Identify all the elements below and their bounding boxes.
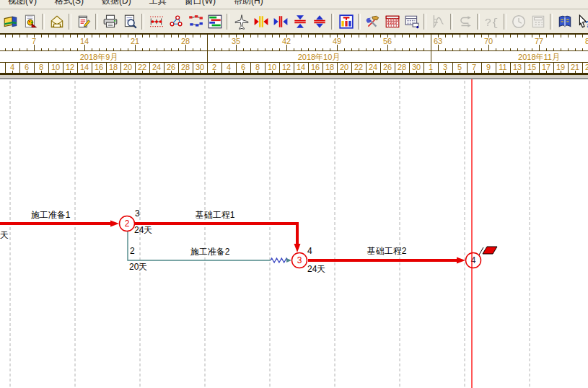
event-node-number: 2 [125, 219, 130, 229]
menu-item-data[interactable]: 数据(D) [98, 0, 135, 7]
network-view-button[interactable] [146, 12, 166, 31]
day-tick [142, 48, 143, 50]
day-tick [424, 48, 424, 50]
tools-button[interactable] [363, 12, 382, 31]
day-tick [265, 48, 266, 50]
calendar-button[interactable] [382, 12, 402, 31]
event-node-number: 3 [297, 255, 302, 265]
day-number: 23 [582, 63, 588, 71]
toolbar: ?{:? [0, 9, 588, 33]
day-tick [452, 48, 453, 50]
gantt-chart-icon [207, 14, 223, 30]
menu-item-tools[interactable]: 工具 [146, 0, 170, 7]
day-tick [366, 48, 367, 50]
day-cell-tick [315, 71, 316, 73]
week-tick [84, 45, 85, 50]
toolbar-separator [331, 14, 334, 30]
activity-label: 4 [307, 246, 312, 256]
menu-item-window[interactable]: 窗口(W) [181, 0, 219, 7]
day-cell-tick [445, 71, 446, 73]
day-cell-tick [286, 71, 287, 73]
collapse-horizontal-button[interactable] [271, 12, 290, 31]
day-tick [41, 48, 42, 50]
week-number: 84 [579, 37, 588, 45]
month-boundary-line [431, 35, 431, 50]
week-tick [34, 45, 35, 50]
calendar-add-button[interactable] [402, 12, 421, 31]
day-tick [301, 35, 302, 38]
day-cell-tick [99, 71, 100, 73]
save-book-icon [3, 14, 19, 30]
airplane-button[interactable] [232, 12, 251, 31]
day-cell-tick [431, 71, 431, 73]
day-tick [525, 48, 525, 50]
day-tick [221, 35, 222, 38]
day-scale-row: 2468101214161820222426283024681012141618… [0, 63, 588, 75]
day-cell-tick [229, 71, 229, 73]
menu-item-view[interactable]: 视图(V) [4, 0, 40, 7]
save-book-button[interactable] [1, 12, 20, 31]
help-book-button[interactable] [555, 12, 574, 31]
milestone-chart-button[interactable] [336, 12, 356, 31]
image-export-button[interactable] [20, 12, 40, 31]
day-tick [63, 35, 63, 38]
network-diagram: 234施工准备1天324天基础工程12施工准备220天424天基础工程2 [0, 79, 588, 388]
day-tick [120, 35, 121, 38]
day-tick [157, 48, 157, 50]
day-tick [200, 35, 201, 38]
day-tick [409, 48, 410, 50]
toolbar-separator [227, 14, 229, 30]
collapse-vertical-button[interactable] [290, 12, 310, 31]
expand-vertical-button[interactable] [310, 12, 329, 31]
toolbar-separator [42, 14, 45, 30]
milestone-chart-icon [338, 14, 354, 30]
day-cell-tick [330, 71, 330, 73]
day-tick [496, 48, 496, 50]
day-tick [517, 48, 518, 50]
day-tick [70, 35, 71, 38]
node-network-button[interactable] [166, 12, 185, 31]
menu-item-format[interactable]: 格式(S) [51, 0, 87, 7]
day-tick [402, 35, 403, 38]
day-cell-tick [532, 71, 532, 73]
gantt-chart-button[interactable] [205, 12, 224, 31]
image-export-icon [22, 14, 38, 30]
day-tick [19, 48, 20, 50]
activity-label: 20天 [129, 262, 147, 272]
activity-label: 2 [130, 246, 135, 256]
activity-label: 24天 [307, 264, 325, 274]
activity-label: 施工准备1 [31, 210, 71, 220]
milestone-flag[interactable] [483, 247, 497, 254]
activity-label: 基础工程2 [367, 246, 407, 256]
day-tick [149, 48, 150, 50]
day-tick [214, 35, 215, 38]
network-nodes-button[interactable] [185, 12, 205, 31]
day-cell-tick [258, 71, 258, 73]
day-tick [113, 35, 114, 38]
day-tick [12, 35, 13, 38]
open-file-icon [49, 14, 65, 30]
day-tick [416, 35, 417, 38]
menu-items: 视图(V)格式(S)数据(D)工具窗口(W)帮助(H) [0, 0, 588, 7]
day-tick [330, 48, 330, 50]
open-file-button[interactable] [47, 12, 66, 31]
day-cell-tick [575, 71, 576, 73]
print-preview-button[interactable] [120, 12, 139, 31]
expand-horizontal-button[interactable] [251, 12, 271, 31]
week-tick [488, 45, 489, 50]
expand-vertical-icon [312, 14, 328, 30]
node-network-icon [168, 14, 184, 30]
day-cell-tick [402, 71, 403, 73]
day-tick [229, 48, 229, 50]
edit-notepad-button[interactable] [74, 12, 93, 31]
month-boundary-line [207, 51, 208, 62]
day-tick [106, 48, 107, 50]
day-tick [157, 35, 157, 38]
day-tick [553, 48, 554, 50]
context-help-button[interactable]: ? [574, 12, 588, 31]
menu-item-help[interactable]: 帮助(H) [230, 0, 267, 7]
network-nodes-icon [188, 14, 203, 30]
print-button[interactable] [100, 12, 120, 31]
toolbar-separator [504, 14, 506, 30]
activity-foundation1-arrow[interactable] [134, 224, 297, 244]
